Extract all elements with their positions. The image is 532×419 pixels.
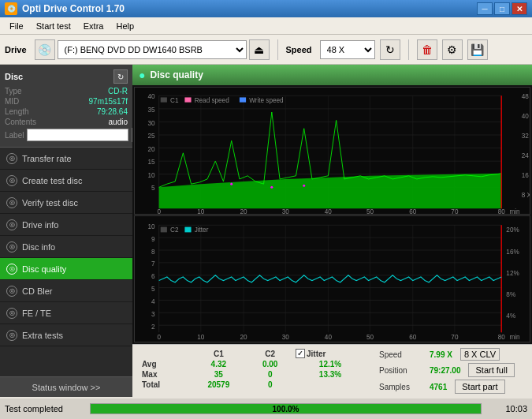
col-header-c2: C2 [247,348,292,359]
start-part-button[interactable]: Start part [455,380,504,394]
max-c1: 35 [189,369,247,380]
svg-rect-98 [161,227,167,233]
progress-bar-container: 100.0% [90,403,482,414]
svg-text:4%: 4% [506,312,515,320]
jitter-checkbox[interactable] [296,349,305,358]
disc-refresh-button[interactable]: ↻ [113,69,128,84]
toolbar-separator2 [408,39,409,60]
data-table: C1 C2 Jitter Avg 4.32 0.00 12 [132,345,374,397]
svg-point-22 [303,185,305,187]
svg-text:10: 10 [147,223,154,230]
verify-test-disc-icon: ◎ [6,197,17,208]
sidebar-item-cd-bler-label: CD Bler [22,286,53,296]
erase-button[interactable]: 🗑 [417,39,437,60]
sidebar-item-extra-tests[interactable]: ◎ Extra tests [0,324,132,346]
speed-select[interactable]: 48 X [320,40,375,59]
sidebar-item-disc-info[interactable]: ◎ Disc info [0,236,132,258]
cd-bler-icon: ◎ [6,286,17,297]
svg-text:20%: 20% [506,226,519,234]
svg-rect-100 [184,227,191,233]
svg-text:80: 80 [498,208,506,214]
sidebar-menu: ◎ Transfer rate ◎ Create test disc ◎ Ver… [0,148,132,376]
svg-text:15: 15 [147,159,155,166]
disc-label-input[interactable] [27,129,128,141]
menu-starttest[interactable]: Start test [30,20,77,32]
avg-c1: 4.32 [189,359,247,369]
disc-length-value: 79:28.64 [97,107,128,116]
sidebar-item-drive-info[interactable]: ◎ Drive info [0,214,132,236]
maximize-button[interactable]: □ [494,2,510,15]
create-test-disc-icon: ◎ [6,175,17,186]
main-layout: Disc ↻ Type CD-R MID 97m15s17f Length 79… [0,65,532,397]
disc-mid-label: MID [5,97,19,106]
sidebar-item-fe-te[interactable]: ◎ FE / TE [0,302,132,324]
svg-text:10: 10 [197,333,204,341]
col-header-jitter-check: Jitter [292,348,368,359]
speed-mode-badge: 8 X CLV [460,348,500,361]
sidebar-item-extra-tests-label: Extra tests [22,331,63,340]
row-total-label: Total [139,380,189,390]
max-c2: 0 [247,369,292,380]
svg-text:40: 40 [325,208,333,214]
svg-text:8 X: 8 X [522,192,530,199]
svg-text:50: 50 [366,208,374,214]
sidebar-item-drive-info-label: Drive info [22,220,58,230]
row-max-label: Max [139,369,189,380]
svg-text:min: min [509,208,520,214]
svg-text:12%: 12% [506,269,519,277]
chart1-container: 40 35 30 25 20 15 10 5 48 X 40 X 32 X 24… [134,87,530,215]
svg-text:40: 40 [147,93,155,100]
toolbar-separator [277,39,278,60]
svg-text:30: 30 [147,120,155,127]
close-button[interactable]: ✕ [512,2,527,15]
svg-rect-52 [240,97,246,102]
status-window-button[interactable]: Status window >> [0,376,132,397]
drive-select[interactable]: (F:) BENQ DVD DD DW1640 BSRB [58,40,247,59]
svg-text:5: 5 [151,185,155,192]
total-c1: 20579 [189,380,247,390]
svg-text:10: 10 [197,208,205,214]
max-jitter: 13.3% [292,369,368,380]
titlebar-title: Opti Drive Control 1.70 [22,3,125,14]
eject-button[interactable]: ⏏ [249,39,270,60]
svg-rect-48 [161,97,167,102]
svg-text:20: 20 [147,146,155,153]
disc-panel-title: Disc [5,72,23,81]
sidebar-item-disc-quality[interactable]: ◎ Disc quality [0,258,132,280]
sidebar-item-create-test-disc[interactable]: ◎ Create test disc [0,170,132,192]
svg-rect-50 [184,97,191,102]
sidebar-item-cd-bler[interactable]: ◎ CD Bler [0,280,132,302]
status-time: 10:03 [488,404,527,413]
refresh-button[interactable]: ↻ [380,39,400,60]
speed-label: Speed [286,45,312,54]
menu-extra[interactable]: Extra [77,20,110,32]
sidebar-item-create-test-disc-label: Create test disc [22,176,82,185]
menu-file[interactable]: File [3,20,30,32]
total-jitter [292,380,368,390]
charts-area: 40 35 30 25 20 15 10 5 48 X 40 X 32 X 24… [132,85,532,344]
svg-text:2: 2 [151,323,155,331]
svg-point-21 [270,186,273,189]
svg-text:4: 4 [151,297,155,305]
svg-text:8%: 8% [506,290,515,298]
svg-text:24 X: 24 X [522,152,530,159]
minimize-button[interactable]: ─ [477,2,493,15]
svg-text:Write speed: Write speed [249,97,284,104]
menu-help[interactable]: Help [110,20,140,32]
svg-text:20: 20 [240,333,247,341]
start-full-button[interactable]: Start full [468,363,514,377]
disc-type-value: CD-R [108,87,128,95]
sidebar-item-verify-test-disc[interactable]: ◎ Verify test disc [0,192,132,214]
statusbar: Test completed 100.0% 10:03 [0,397,532,419]
svg-text:60: 60 [409,208,417,214]
sidebar-item-transfer-rate[interactable]: ◎ Transfer rate [0,148,132,170]
save-button[interactable]: 💾 [467,39,488,60]
svg-text:48 X: 48 X [522,93,530,100]
titlebar-controls[interactable]: ─ □ ✕ [477,2,527,15]
settings-button[interactable]: ⚙ [442,39,463,60]
svg-text:60: 60 [409,333,416,341]
svg-text:min: min [509,333,519,341]
content-area: ● Disc quality [132,65,532,397]
sidebar-item-fe-te-label: FE / TE [22,309,51,318]
row-avg-label: Avg [139,359,189,369]
